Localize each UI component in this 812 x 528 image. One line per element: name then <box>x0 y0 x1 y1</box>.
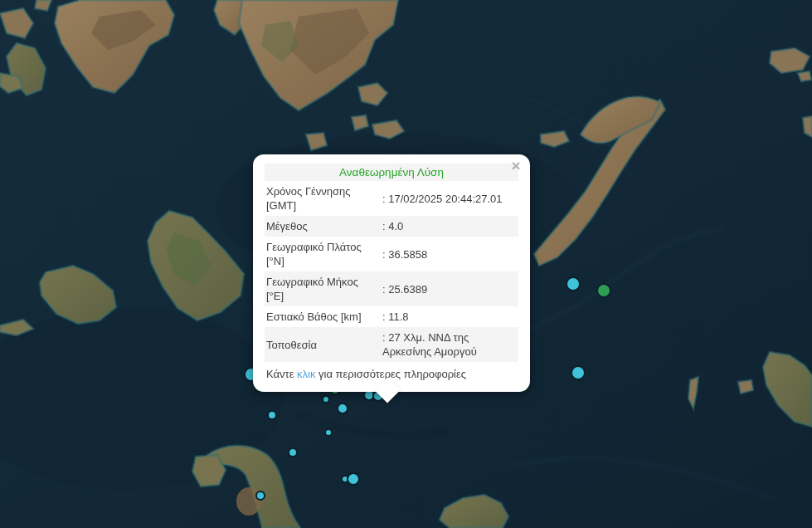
row-value: : 4.0 <box>381 218 518 235</box>
earthquake-marker[interactable] <box>268 411 276 419</box>
popup-row-latitude: Γεωγραφικό Πλάτος [°N] : 36.5858 <box>265 237 518 271</box>
island-thirasia <box>192 455 226 486</box>
more-info-link[interactable]: κλικ <box>297 368 315 380</box>
earthquake-popup: × Αναθεωρημένη Λύση Χρόνος Γέννησης [GMT… <box>253 154 530 392</box>
close-icon[interactable]: × <box>508 159 523 174</box>
earthquake-marker[interactable] <box>566 277 580 291</box>
popup-title: Αναθεωρημένη Λύση <box>265 164 518 181</box>
row-label: Τοποθεσία <box>265 336 381 354</box>
island-tiny-east <box>738 380 753 394</box>
row-value: : 27 Χλμ. ΝΝΔ της Αρκεσίνης Αμοργού <box>381 329 518 360</box>
earthquake-marker[interactable] <box>323 396 329 403</box>
popup-row-location: Τοποθεσία : 27 Χλμ. ΝΝΔ της Αρκεσίνης Αμ… <box>265 327 518 362</box>
earthquake-marker[interactable] <box>571 366 585 379</box>
row-value: : 17/02/2025 20:44:27.01 <box>381 190 518 208</box>
earthquake-marker[interactable] <box>338 403 348 413</box>
row-label: Εστιακό Βάθος [km] <box>265 308 381 325</box>
island-small-1 <box>352 115 368 130</box>
row-value: : 11.8 <box>381 308 518 325</box>
island-santorini-texture <box>236 487 261 516</box>
earthquake-marker[interactable] <box>348 473 359 485</box>
row-value: : 25.6389 <box>381 281 518 298</box>
footer-text-suffix: για περισσότερες πληροφορίες <box>315 368 466 380</box>
popup-footer: Κάντε κλικ για περισσότερες πληροφορίες <box>265 362 518 382</box>
map-app: × Αναθεωρημένη Λύση Χρόνος Γέννησης [GMT… <box>0 0 812 528</box>
earthquake-marker[interactable] <box>597 284 610 297</box>
earthquake-marker[interactable] <box>289 448 297 457</box>
island-ne-small <box>770 48 810 73</box>
row-label: Χρόνος Γέννησης [GMT] <box>265 183 381 214</box>
row-label: Γεωγραφικό Πλάτος [°N] <box>265 238 381 270</box>
earthquake-marker[interactable] <box>256 491 265 500</box>
row-label: Μέγεθος <box>265 218 381 235</box>
island-ne-tiny <box>798 71 811 81</box>
island-small-nw2 <box>35 0 51 11</box>
popup-row-depth: Εστιακό Βάθος [km] : 11.8 <box>265 306 518 327</box>
popup-row-longitude: Γεωγραφικό Μήκος [°E] : 25.6389 <box>265 271 518 306</box>
row-value: : 36.5858 <box>381 246 518 263</box>
footer-text-prefix: Κάντε <box>266 368 297 380</box>
row-label: Γεωγραφικό Μήκος [°E] <box>265 273 381 305</box>
island-east-edge <box>803 116 812 137</box>
popup-row-magnitude: Μέγεθος : 4.0 <box>265 216 518 237</box>
earthquake-marker[interactable] <box>325 429 332 436</box>
popup-row-origin-time: Χρόνος Γέννησης [GMT] : 17/02/2025 20:44… <box>265 181 518 216</box>
